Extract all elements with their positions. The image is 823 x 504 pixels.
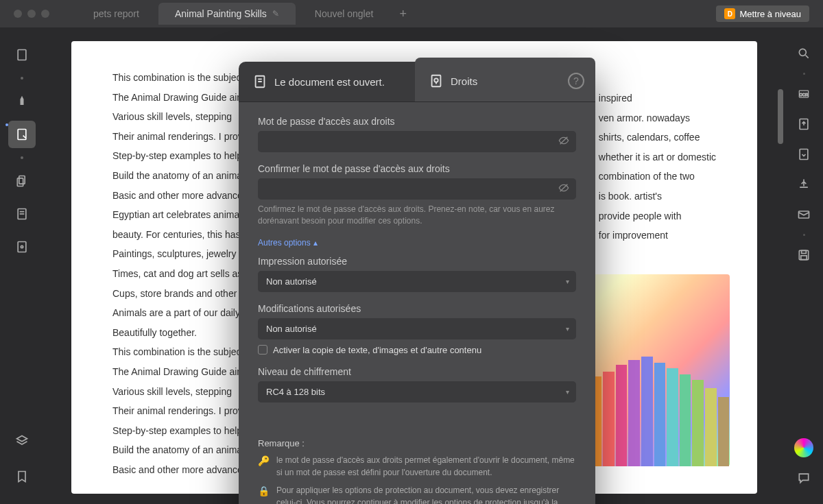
add-tab-button[interactable]: + — [392, 7, 414, 21]
active-indicator — [5, 123, 8, 126]
remark-key: 🔑 le mot de passe d'accès aux droits per… — [258, 454, 576, 479]
save-icon[interactable] — [791, 243, 816, 267]
chat-icon[interactable] — [791, 466, 816, 490]
titlebar: pets report Animal Painting Skills ✎ Nou… — [0, 0, 823, 27]
tab-animal-painting[interactable]: Animal Painting Skills ✎ — [158, 3, 296, 25]
lock-icon: 🔒 — [258, 484, 270, 504]
left-toolbar — [0, 27, 44, 504]
encryption-label: Niveau de chiffrement — [258, 366, 576, 377]
svg-rect-7 — [18, 242, 26, 252]
document-icon — [252, 74, 267, 89]
print-select[interactable]: Non autorisé — [258, 271, 576, 292]
edit-tool[interactable] — [8, 121, 36, 148]
window-controls — [14, 10, 49, 18]
maximize-window[interactable] — [41, 10, 49, 18]
confirm-password-input[interactable] — [258, 178, 576, 200]
ocr-icon[interactable]: OCR — [791, 82, 816, 106]
remark-lock: 🔒 Pour appliquer les options de protecti… — [258, 484, 576, 504]
highlight-tool[interactable] — [8, 88, 36, 115]
toggle-password-icon[interactable] — [558, 135, 569, 149]
search-icon[interactable] — [791, 41, 816, 66]
copy-checkbox[interactable] — [258, 345, 267, 355]
svg-point-14 — [799, 49, 806, 56]
encryption-select[interactable]: RC4 à 128 bits — [258, 381, 576, 403]
mail-icon[interactable] — [791, 202, 816, 227]
page-tool[interactable] — [8, 41, 36, 69]
close-window[interactable] — [14, 10, 22, 18]
separator-dot — [21, 77, 23, 80]
more-options-toggle[interactable]: Autres options ▴ — [258, 238, 576, 248]
protect-tool[interactable] — [8, 233, 36, 261]
copy-tool[interactable] — [8, 167, 36, 195]
tab-document-open[interactable]: Le document est ouvert. — [239, 62, 419, 101]
copy-checkbox-label: Activer la copie de texte, d'images et d… — [273, 345, 481, 355]
svg-rect-10 — [432, 75, 441, 87]
pages-tool[interactable] — [8, 200, 36, 228]
edit-tab-icon[interactable]: ✎ — [272, 9, 279, 19]
tab-bar: pets report Animal Painting Skills ✎ Nou… — [77, 3, 716, 25]
security-modal: Le document est ouvert. Droits ? Mot de … — [239, 62, 595, 504]
modifications-label: Modifications autorisées — [258, 303, 576, 314]
svg-rect-0 — [18, 50, 26, 60]
tab-pets-report[interactable]: pets report — [77, 3, 156, 25]
confirm-hint: Confirmez le mot de passe d'accès aux dr… — [258, 204, 576, 227]
remark-title: Remarque : — [258, 438, 576, 448]
shield-icon — [429, 73, 444, 88]
separator-dot — [803, 234, 805, 236]
password-label: Mot de passe d'accès aux droits — [258, 116, 576, 127]
convert-icon[interactable] — [791, 142, 816, 167]
svg-rect-18 — [800, 149, 808, 160]
minimize-window[interactable] — [27, 10, 36, 18]
svg-point-8 — [21, 245, 23, 248]
modal-overlay: Le document est ouvert. Droits ? Mot de … — [88, 55, 746, 504]
modal-tabs: Le document est ouvert. Droits ? — [239, 62, 595, 102]
bookmark-tool[interactable] — [8, 463, 36, 490]
svg-text:OCR: OCR — [800, 93, 809, 97]
password-input[interactable] — [258, 131, 576, 152]
upgrade-button[interactable]: D Mettre à niveau — [716, 5, 809, 22]
separator-dot — [21, 156, 23, 159]
export-icon[interactable] — [791, 112, 816, 136]
toggle-confirm-password-icon[interactable] — [558, 182, 569, 196]
svg-rect-21 — [802, 250, 807, 253]
confirm-password-label: Confirmer le mot de passe d'accès aux dr… — [258, 163, 576, 174]
right-toolbar: OCR — [785, 27, 823, 504]
ai-assistant-icon[interactable] — [794, 438, 813, 457]
svg-rect-3 — [17, 178, 23, 187]
modifications-select[interactable]: Non autorisé — [258, 318, 576, 339]
tab-nouvel-onglet[interactable]: Nouvel onglet — [298, 3, 390, 25]
key-icon: 🔑 — [258, 454, 270, 479]
separator-dot — [803, 73, 805, 75]
print-label: Impression autorisée — [258, 256, 576, 267]
svg-rect-2 — [19, 176, 25, 184]
svg-rect-22 — [801, 256, 807, 260]
layers-tool[interactable] — [8, 427, 36, 455]
help-icon[interactable]: ? — [568, 73, 584, 89]
share-icon[interactable] — [791, 172, 816, 197]
document-viewport: This combination is the subject ofThe An… — [44, 27, 785, 504]
scrollbar[interactable] — [778, 69, 783, 463]
svg-point-11 — [434, 78, 438, 82]
chevron-up-icon: ▴ — [313, 238, 318, 248]
scrollbar-thumb[interactable] — [778, 89, 783, 144]
upgrade-badge: D — [724, 8, 735, 19]
